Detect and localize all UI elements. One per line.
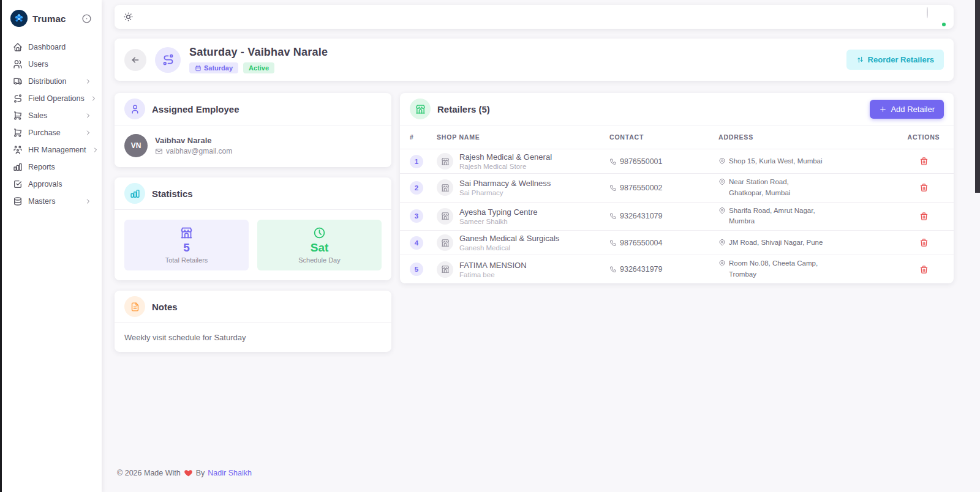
sidebar-pin-toggle-icon[interactable] bbox=[81, 13, 92, 24]
database-icon bbox=[13, 196, 23, 206]
shop-name: Ganesh Medical & Surgicals bbox=[459, 234, 559, 243]
sidebar-item-label: Sales bbox=[28, 111, 79, 120]
stat-value: 5 bbox=[183, 241, 190, 255]
bar-chart-icon bbox=[124, 183, 145, 204]
table-row: 5 FATIMA MENSION Fatima bee 9326431979 R… bbox=[400, 255, 954, 283]
checkbox-icon bbox=[13, 179, 23, 189]
day-badge: Saturday bbox=[189, 62, 238, 73]
add-retailer-button[interactable]: Add Retailer bbox=[870, 100, 944, 119]
footer-copyright: © 2026 Made With bbox=[117, 469, 181, 477]
trash-icon bbox=[919, 265, 929, 274]
chart-icon bbox=[13, 162, 23, 172]
sidebar-item-sales[interactable]: Sales bbox=[7, 108, 97, 124]
col-address: ADDRESS bbox=[718, 133, 903, 141]
store-icon bbox=[437, 208, 453, 225]
plus-icon bbox=[879, 105, 887, 113]
retailers-card: Retailers (5) Add Retailer # SHOP NAME C… bbox=[400, 93, 954, 283]
sidebar-item-label: Distribution bbox=[28, 77, 79, 86]
user-avatar[interactable] bbox=[927, 7, 946, 27]
shop-owner: Rajesh Medical Store bbox=[459, 163, 552, 170]
users-icon bbox=[13, 59, 23, 69]
window-edge bbox=[0, 0, 2, 492]
scrollbar-thumb[interactable] bbox=[975, 0, 980, 193]
map-pin-icon bbox=[718, 239, 726, 246]
scrollbar[interactable] bbox=[975, 0, 980, 492]
sidebar-item-approvals[interactable]: Approvals bbox=[7, 176, 97, 192]
avatar-image bbox=[927, 7, 928, 18]
row-number-badge: 2 bbox=[410, 181, 423, 195]
author-link[interactable]: Nadir Shaikh bbox=[208, 469, 252, 477]
map-pin-icon bbox=[718, 259, 726, 267]
sidebar-item-label: Users bbox=[28, 60, 92, 69]
chevron-right-icon bbox=[85, 112, 92, 119]
truck-icon bbox=[13, 76, 23, 86]
clock-icon bbox=[313, 226, 326, 239]
footer-by: By bbox=[196, 469, 205, 477]
store-icon bbox=[437, 179, 453, 196]
cart-icon bbox=[13, 111, 23, 121]
store-icon bbox=[437, 234, 453, 251]
delete-retailer-button[interactable] bbox=[918, 210, 930, 223]
online-status-dot bbox=[941, 21, 947, 28]
stat-label: Total Retailers bbox=[165, 256, 208, 264]
brand-name: Trumac bbox=[32, 13, 77, 24]
address-text: Room No.08, Cheeta Camp, Trombay bbox=[729, 258, 824, 280]
main-content: Saturday - Vaibhav Narale Saturday Activ… bbox=[102, 0, 980, 492]
reorder-retailers-button[interactable]: Reorder Retailers bbox=[846, 50, 944, 70]
row-number-badge: 3 bbox=[410, 209, 423, 223]
sidebar-item-reports[interactable]: Reports bbox=[7, 159, 97, 175]
contact-number: 9876550004 bbox=[620, 239, 663, 247]
notes-card: Notes Weekly visit schedule for Saturday bbox=[115, 291, 391, 352]
cart-icon bbox=[13, 128, 23, 138]
theme-toggle-sun-icon[interactable] bbox=[123, 12, 134, 22]
delete-retailer-button[interactable] bbox=[918, 181, 930, 194]
address-text: Shop 15, Kurla West, Mumbai bbox=[729, 156, 823, 167]
sidebar-item-field-operations[interactable]: Field Operations bbox=[7, 91, 97, 106]
stat-schedule-day: Sat Schedule Day bbox=[257, 220, 382, 270]
route-icon bbox=[155, 47, 181, 73]
delete-retailer-button[interactable] bbox=[918, 263, 930, 276]
sidebar-item-label: Masters bbox=[28, 197, 79, 206]
phone-icon bbox=[609, 184, 617, 192]
shop-owner: Fatima bee bbox=[459, 271, 527, 278]
trash-icon bbox=[919, 183, 929, 192]
user-icon bbox=[124, 99, 145, 119]
delete-retailer-button[interactable] bbox=[918, 236, 930, 249]
sidebar-item-masters[interactable]: Masters bbox=[7, 193, 97, 209]
page-title: Saturday - Vaibhav Narale bbox=[189, 46, 838, 59]
col-shop-name: SHOP NAME bbox=[437, 133, 609, 141]
stat-value: Sat bbox=[311, 241, 329, 255]
delete-retailer-button[interactable] bbox=[918, 155, 930, 168]
sidebar-item-label: Field Operations bbox=[28, 94, 85, 103]
chevron-right-icon bbox=[92, 146, 99, 154]
status-badge: Active bbox=[243, 62, 274, 73]
chevron-right-icon bbox=[85, 129, 92, 136]
shop-owner: Sai Pharmacy bbox=[459, 189, 551, 196]
brand-logo-icon bbox=[10, 10, 28, 27]
heart-icon bbox=[184, 469, 193, 477]
reorder-button-label: Reorder Retailers bbox=[868, 55, 934, 64]
contact-number: 9876550002 bbox=[620, 184, 663, 192]
sidebar-item-dashboard[interactable]: Dashboard bbox=[7, 39, 97, 55]
notes-content: Weekly visit schedule for Saturday bbox=[115, 323, 391, 352]
sidebar-item-label: HR Management bbox=[28, 146, 86, 154]
col-actions: ACTIONS bbox=[903, 133, 944, 141]
sidebar-item-purchase[interactable]: Purchase bbox=[7, 125, 97, 141]
address-text: Near Station Road, Ghatkopar, Mumbai bbox=[729, 177, 824, 199]
brand: Trumac bbox=[2, 7, 102, 35]
phone-icon bbox=[609, 212, 617, 220]
sidebar-item-distribution[interactable]: Distribution bbox=[7, 73, 97, 89]
employee-email: vaibhav@gmail.com bbox=[166, 147, 232, 155]
people-icon bbox=[13, 145, 23, 155]
sidebar-item-users[interactable]: Users bbox=[7, 56, 97, 72]
sidebar-item-label: Dashboard bbox=[28, 43, 92, 51]
statistics-card: Statistics 5 Total Retailers Sat Schedul… bbox=[115, 177, 391, 280]
trash-icon bbox=[919, 157, 929, 166]
stat-label: Schedule Day bbox=[298, 256, 341, 264]
home-icon bbox=[13, 42, 23, 52]
chevron-right-icon bbox=[85, 198, 92, 205]
back-button[interactable] bbox=[124, 49, 146, 71]
table-row: 4 Ganesh Medical & Surgicals Ganesh Medi… bbox=[400, 230, 954, 255]
sort-arrows-icon bbox=[856, 56, 864, 64]
sidebar-item-hr-management[interactable]: HR Management bbox=[7, 142, 97, 158]
